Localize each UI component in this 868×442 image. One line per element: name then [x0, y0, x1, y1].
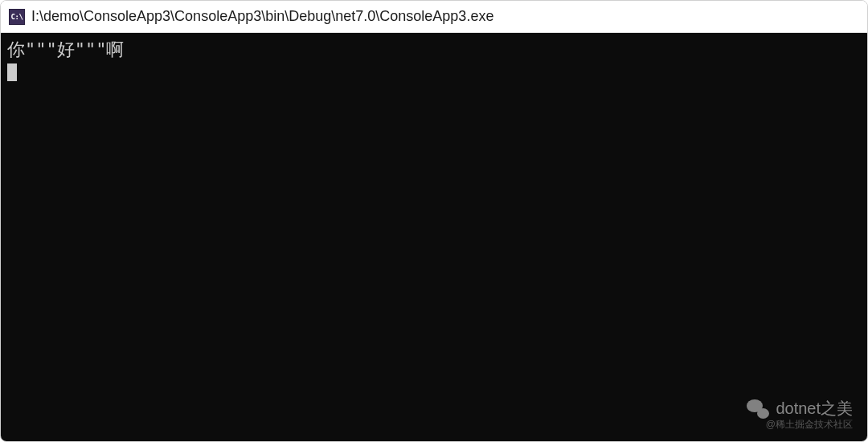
- console-body[interactable]: 你"""好"""啊 dotnet之美 @稀土掘金技术社区: [1, 33, 867, 441]
- console-output-line: 你"""好"""啊: [7, 38, 861, 62]
- cursor-line: [7, 62, 861, 81]
- watermark-top: dotnet之美: [747, 398, 853, 419]
- watermark: dotnet之美 @稀土掘金技术社区: [747, 398, 853, 432]
- watermark-subtitle: @稀土掘金技术社区: [766, 418, 853, 432]
- window-title: I:\demo\ConsoleApp3\ConsoleApp3\bin\Debu…: [31, 8, 493, 25]
- titlebar[interactable]: C:\ I:\demo\ConsoleApp3\ConsoleApp3\bin\…: [1, 1, 867, 33]
- text-cursor: [7, 63, 17, 81]
- wechat-icon: [747, 399, 769, 419]
- console-app-icon: C:\: [9, 9, 25, 25]
- app-icon-text: C:\: [11, 13, 23, 21]
- watermark-title: dotnet之美: [776, 398, 853, 419]
- console-window: C:\ I:\demo\ConsoleApp3\ConsoleApp3\bin\…: [0, 0, 868, 442]
